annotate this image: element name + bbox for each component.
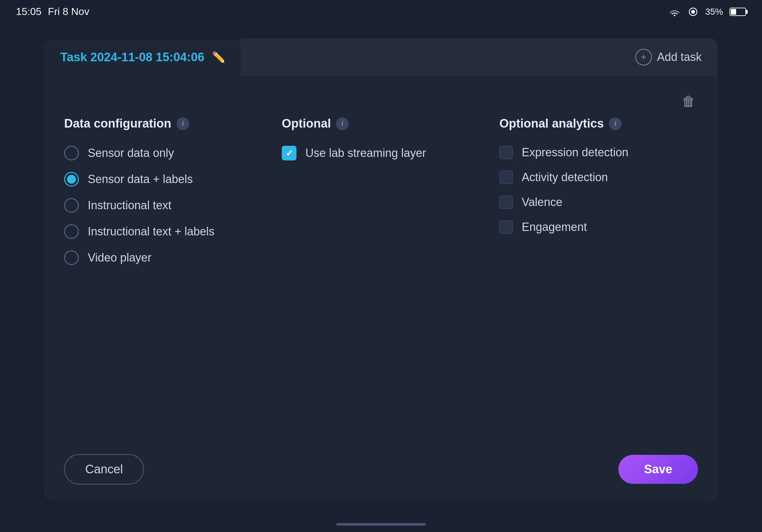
radio-label-video-player: Video player xyxy=(88,251,151,264)
date-display: Fri 8 Nov xyxy=(48,6,89,18)
location-icon xyxy=(687,6,699,18)
checkbox-label-expression-detection: Expression detection xyxy=(522,146,628,159)
checkbox-label-engagement: Engagement xyxy=(522,220,587,234)
svg-point-0 xyxy=(691,10,695,14)
delete-row: 🗑 xyxy=(64,91,698,112)
battery-icon xyxy=(729,8,746,16)
cancel-button[interactable]: Cancel xyxy=(64,454,144,485)
checkbox-engagement[interactable]: Engagement xyxy=(499,220,698,234)
add-task-button[interactable]: + Add task xyxy=(241,38,717,76)
radio-inner-sensor-data-labels xyxy=(67,175,76,184)
checkmark-icon: ✓ xyxy=(286,148,293,159)
checkbox-box-valence xyxy=(499,195,513,209)
checkbox-box-engagement xyxy=(499,220,513,234)
delete-button[interactable]: 🗑 xyxy=(679,91,698,112)
checkbox-valence[interactable]: Valence xyxy=(499,195,698,209)
optional-section: Optional i ✓ Use lab streaming layer xyxy=(282,117,480,441)
main-container: Task 2024-11-08 15:04:06 ✏️ + Add task 🗑… xyxy=(45,38,717,500)
radio-label-sensor-data-only: Sensor data only xyxy=(88,146,174,160)
optional-analytics-info-icon[interactable]: i xyxy=(609,117,622,130)
checkbox-box-activity-detection xyxy=(499,170,513,184)
add-task-label: Add task xyxy=(657,50,702,64)
radio-instructional-text[interactable]: Instructional text xyxy=(64,198,263,213)
radio-sensor-data-only[interactable]: Sensor data only xyxy=(64,146,263,161)
status-left: 15:05 Fri 8 Nov xyxy=(16,6,89,18)
radio-video-player[interactable]: Video player xyxy=(64,250,263,265)
radio-sensor-data-labels[interactable]: Sensor data + labels xyxy=(64,172,263,187)
data-config-section: Data configuration i Sensor data only Se… xyxy=(64,117,263,441)
task-name-area: Task 2024-11-08 15:04:06 ✏️ xyxy=(45,40,241,75)
optional-analytics-title: Optional analytics i xyxy=(499,117,698,130)
add-task-plus-icon: + xyxy=(635,49,652,65)
status-right: 35% xyxy=(668,6,746,18)
optional-title: Optional i xyxy=(282,117,480,130)
radio-circle-sensor-data-labels xyxy=(64,172,79,187)
radio-label-sensor-data-labels: Sensor data + labels xyxy=(88,172,193,186)
radio-circle-sensor-data-only xyxy=(64,146,79,161)
radio-label-instructional-text-labels: Instructional text + labels xyxy=(88,225,214,238)
optional-analytics-section: Optional analytics i Expression detectio… xyxy=(499,117,698,441)
checkbox-activity-detection[interactable]: Activity detection xyxy=(499,170,698,184)
checkbox-expression-detection[interactable]: Expression detection xyxy=(499,146,698,159)
checkbox-label-use-lab-streaming: Use lab streaming layer xyxy=(305,146,426,160)
checkbox-box-use-lab-streaming: ✓ xyxy=(282,146,296,161)
action-row: Cancel Save xyxy=(64,441,698,485)
task-name: Task 2024-11-08 15:04:06 xyxy=(60,50,204,64)
checkbox-label-valence: Valence xyxy=(522,195,562,209)
radio-circle-instructional-text-labels xyxy=(64,224,79,239)
edit-icon[interactable]: ✏️ xyxy=(212,51,225,63)
battery-percent: 35% xyxy=(705,7,723,17)
radio-instructional-text-labels[interactable]: Instructional text + labels xyxy=(64,224,263,239)
checkbox-use-lab-streaming[interactable]: ✓ Use lab streaming layer xyxy=(282,146,480,161)
radio-circle-video-player xyxy=(64,250,79,265)
header-row: Task 2024-11-08 15:04:06 ✏️ + Add task xyxy=(45,38,717,76)
checkbox-box-expression-detection xyxy=(499,146,513,159)
checkbox-label-activity-detection: Activity detection xyxy=(522,170,608,184)
data-config-info-icon[interactable]: i xyxy=(177,117,189,130)
config-grid: Data configuration i Sensor data only Se… xyxy=(64,117,698,441)
status-bar: 15:05 Fri 8 Nov 35% xyxy=(0,0,762,23)
radio-label-instructional-text: Instructional text xyxy=(88,199,171,212)
save-button[interactable]: Save xyxy=(618,455,698,484)
data-config-title: Data configuration i xyxy=(64,117,263,130)
content-card: 🗑 Data configuration i Sensor data only xyxy=(45,76,717,500)
home-indicator xyxy=(336,523,426,526)
time-display: 15:05 xyxy=(16,6,41,18)
radio-circle-instructional-text xyxy=(64,198,79,213)
wifi-icon xyxy=(668,7,681,17)
optional-info-icon[interactable]: i xyxy=(336,117,349,130)
